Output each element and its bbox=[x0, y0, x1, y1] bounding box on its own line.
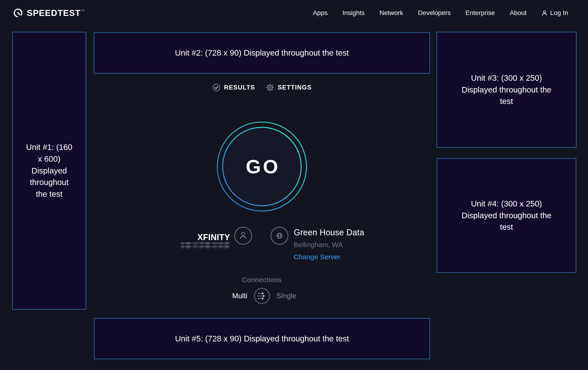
login-label: Log In bbox=[550, 9, 568, 17]
single-connection-option[interactable]: Single bbox=[276, 287, 316, 304]
speedtest-gauge-icon bbox=[13, 8, 23, 18]
isp-name: XFINITY bbox=[162, 232, 230, 242]
server-info: Green House Data Bellingham, WA Change S… bbox=[294, 228, 364, 261]
tab-settings-label: SETTINGS bbox=[278, 84, 312, 91]
connection-mode-icon[interactable] bbox=[253, 287, 271, 304]
server-globe-button[interactable] bbox=[271, 227, 288, 245]
tab-results-label: RESULTS bbox=[224, 84, 255, 91]
ad-unit-3-label: Unit #3: (300 x 250) Displayed throughou… bbox=[462, 72, 552, 107]
main-content: RESULTS SETTINGS bbox=[94, 0, 430, 370]
person-icon bbox=[541, 10, 547, 16]
ad-unit-3[interactable]: Unit #3: (300 x 250) Displayed throughou… bbox=[437, 32, 577, 148]
go-label: GO bbox=[216, 120, 308, 213]
go-button[interactable]: GO bbox=[216, 120, 308, 213]
globe-icon bbox=[274, 230, 285, 241]
logo-text: SPEEDTEST™ bbox=[27, 9, 84, 17]
nav-item-about[interactable]: About bbox=[510, 9, 526, 17]
logo-trademark: ™ bbox=[82, 9, 84, 12]
view-tabs: RESULTS SETTINGS bbox=[94, 83, 430, 91]
ad-unit-1[interactable]: Unit #1: (160 x 600) Displayed throughou… bbox=[12, 32, 86, 310]
gear-icon bbox=[266, 83, 274, 91]
change-server-link[interactable]: Change Server bbox=[294, 253, 340, 261]
isp-avatar bbox=[234, 227, 252, 245]
person-icon bbox=[238, 230, 249, 241]
login-button[interactable]: Log In bbox=[541, 9, 568, 17]
connections-label: Connections bbox=[94, 276, 430, 284]
ad-unit-4-label: Unit #4: (300 x 250) Displayed throughou… bbox=[462, 198, 552, 233]
tab-results[interactable]: RESULTS bbox=[212, 83, 255, 91]
nav-item-enterprise[interactable]: Enterprise bbox=[465, 9, 495, 17]
server-location: Bellingham, WA bbox=[294, 240, 343, 249]
connection-toggle: Multi Single bbox=[94, 287, 430, 304]
speedtest-logo[interactable]: SPEEDTEST™ bbox=[13, 8, 84, 18]
multi-connection-option[interactable]: Multi bbox=[208, 287, 247, 304]
tab-settings[interactable]: SETTINGS bbox=[266, 83, 312, 91]
speedtest-page: SPEEDTEST™ Apps Insights Network Develop… bbox=[0, 0, 588, 370]
server-name: Green House Data bbox=[294, 228, 364, 238]
censored-ip-address bbox=[181, 242, 230, 249]
ad-unit-1-label: Unit #1: (160 x 600) Displayed throughou… bbox=[24, 141, 74, 200]
ad-unit-4[interactable]: Unit #4: (300 x 250) Displayed throughou… bbox=[437, 158, 576, 273]
check-circle-icon bbox=[212, 83, 220, 91]
